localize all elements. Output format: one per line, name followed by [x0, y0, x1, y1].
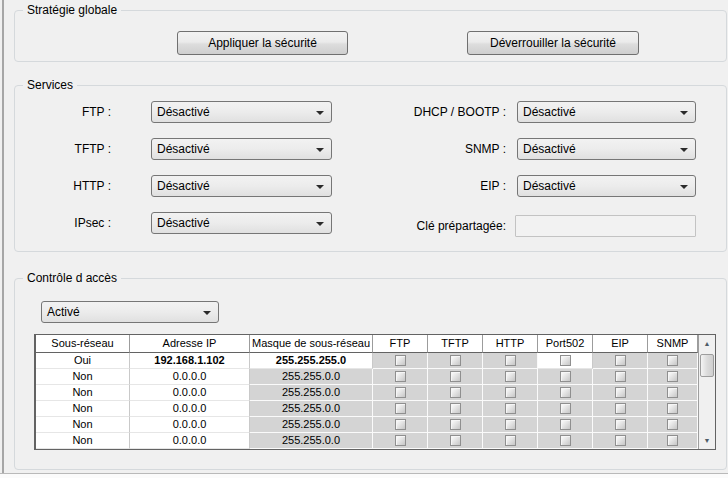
table-vertical-scrollbar[interactable]: ▲ ▼ — [698, 335, 715, 449]
table-row: Oui 192.168.1.102 255.255.255.0 — [36, 353, 698, 369]
ipsec-label: IPsec : — [15, 212, 111, 234]
table-row: Non 0.0.0.0 255.255.0.0 — [36, 401, 698, 417]
ip-cell[interactable]: 0.0.0.0 — [130, 385, 250, 401]
snmp-checkbox-cell — [648, 401, 698, 417]
dhcp-bootp-service-dropdown[interactable]: Désactivé — [517, 101, 696, 123]
mask-cell[interactable]: 255.255.0.0 — [250, 417, 373, 433]
port502-checkbox[interactable] — [560, 435, 571, 446]
subnet-cell[interactable]: Oui — [36, 353, 130, 369]
http-checkbox[interactable] — [505, 419, 516, 430]
tftp-checkbox[interactable] — [450, 435, 461, 446]
tftp-checkbox[interactable] — [450, 419, 461, 430]
unlock-security-button[interactable]: Déverrouiller la sécurité — [467, 31, 639, 55]
scroll-up-icon[interactable]: ▲ — [699, 336, 715, 351]
eip-checkbox[interactable] — [615, 355, 626, 366]
col-header-subnet: Sous-réseau — [36, 335, 130, 353]
access-control-mode-dropdown[interactable]: Activé — [41, 301, 219, 323]
http-checkbox[interactable] — [505, 387, 516, 398]
snmp-checkbox-cell — [648, 353, 698, 369]
ftp-checkbox-cell — [373, 433, 428, 449]
http-checkbox[interactable] — [505, 371, 516, 382]
snmp-checkbox[interactable] — [667, 387, 678, 398]
tftp-checkbox[interactable] — [450, 371, 461, 382]
eip-checkbox-cell — [593, 401, 648, 417]
tftp-checkbox[interactable] — [450, 403, 461, 414]
ftp-checkbox[interactable] — [395, 419, 406, 430]
eip-checkbox[interactable] — [615, 371, 626, 382]
ftp-checkbox-cell — [373, 353, 428, 369]
table-row: Non 0.0.0.0 255.255.0.0 — [36, 369, 698, 385]
eip-checkbox-cell — [593, 433, 648, 449]
ip-cell[interactable]: 0.0.0.0 — [130, 369, 250, 385]
apply-security-button[interactable]: Appliquer la sécurité — [177, 31, 348, 55]
ftp-checkbox[interactable] — [395, 387, 406, 398]
eip-checkbox[interactable] — [615, 403, 626, 414]
subnet-cell[interactable]: Non — [36, 417, 130, 433]
preshared-key-label: Clé prépartagée: — [315, 215, 506, 237]
tftp-service-dropdown[interactable]: Désactivé — [151, 138, 332, 160]
port502-checkbox[interactable] — [560, 403, 571, 414]
scrollbar-thumb[interactable] — [700, 354, 714, 377]
table-row: Non 0.0.0.0 255.255.0.0 — [36, 433, 698, 449]
ip-cell[interactable]: 192.168.1.102 — [130, 353, 250, 369]
port502-checkbox-cell — [538, 353, 593, 369]
chevron-down-icon — [680, 111, 688, 115]
ftp-checkbox[interactable] — [395, 371, 406, 382]
snmp-checkbox[interactable] — [667, 403, 678, 414]
port502-checkbox[interactable] — [560, 371, 571, 382]
snmp-checkbox[interactable] — [667, 355, 678, 366]
port502-checkbox[interactable] — [560, 419, 571, 430]
snmp-service-dropdown[interactable]: Désactivé — [517, 138, 696, 160]
preshared-key-input[interactable] — [515, 215, 696, 237]
eip-checkbox[interactable] — [615, 419, 626, 430]
dropdown-value: Désactivé — [523, 176, 576, 196]
tftp-checkbox-cell — [428, 401, 483, 417]
col-header-ftp: FTP — [373, 335, 428, 353]
snmp-checkbox[interactable] — [667, 371, 678, 382]
port502-checkbox[interactable] — [560, 355, 571, 366]
ftp-service-dropdown[interactable]: Désactivé — [151, 101, 332, 123]
http-checkbox[interactable] — [505, 435, 516, 446]
tftp-checkbox[interactable] — [450, 387, 461, 398]
snmp-checkbox-cell — [648, 369, 698, 385]
group-title-access-control: Contrôle d accès — [23, 271, 121, 286]
snmp-checkbox-cell — [648, 417, 698, 433]
mask-cell[interactable]: 255.255.0.0 — [250, 401, 373, 417]
ipsec-service-dropdown[interactable]: Désactivé — [151, 212, 332, 234]
subnet-cell[interactable]: Non — [36, 401, 130, 417]
bottom-edge — [0, 473, 728, 478]
ip-cell[interactable]: 0.0.0.0 — [130, 417, 250, 433]
security-config-panel: Stratégie globale Appliquer la sécurité … — [0, 0, 728, 478]
eip-checkbox[interactable] — [615, 387, 626, 398]
eip-service-dropdown[interactable]: Désactivé — [517, 175, 696, 197]
mask-cell[interactable]: 255.255.255.0 — [250, 353, 373, 369]
scroll-down-icon[interactable]: ▼ — [699, 433, 715, 448]
http-checkbox[interactable] — [505, 403, 516, 414]
subnet-cell[interactable]: Non — [36, 385, 130, 401]
subnet-cell[interactable]: Non — [36, 433, 130, 449]
mask-cell[interactable]: 255.255.0.0 — [250, 369, 373, 385]
tftp-checkbox[interactable] — [450, 355, 461, 366]
port502-checkbox[interactable] — [560, 387, 571, 398]
dhcp-bootp-label: DHCP / BOOTP : — [315, 101, 506, 123]
ip-cell[interactable]: 0.0.0.0 — [130, 433, 250, 449]
subnet-cell[interactable]: Non — [36, 369, 130, 385]
col-header-eip: EIP — [593, 335, 648, 353]
ftp-checkbox[interactable] — [395, 435, 406, 446]
col-header-snmp: SNMP — [648, 335, 698, 353]
http-service-dropdown[interactable]: Désactivé — [151, 175, 332, 197]
tftp-checkbox-cell — [428, 385, 483, 401]
ftp-checkbox-cell — [373, 401, 428, 417]
ftp-label: FTP : — [15, 101, 111, 123]
mask-cell[interactable]: 255.255.0.0 — [250, 385, 373, 401]
mask-cell[interactable]: 255.255.0.0 — [250, 433, 373, 449]
eip-checkbox-cell — [593, 385, 648, 401]
snmp-checkbox[interactable] — [667, 435, 678, 446]
snmp-checkbox-cell — [648, 433, 698, 449]
ftp-checkbox[interactable] — [395, 355, 406, 366]
http-checkbox[interactable] — [505, 355, 516, 366]
ftp-checkbox[interactable] — [395, 403, 406, 414]
snmp-checkbox[interactable] — [667, 419, 678, 430]
ip-cell[interactable]: 0.0.0.0 — [130, 401, 250, 417]
eip-checkbox[interactable] — [615, 435, 626, 446]
